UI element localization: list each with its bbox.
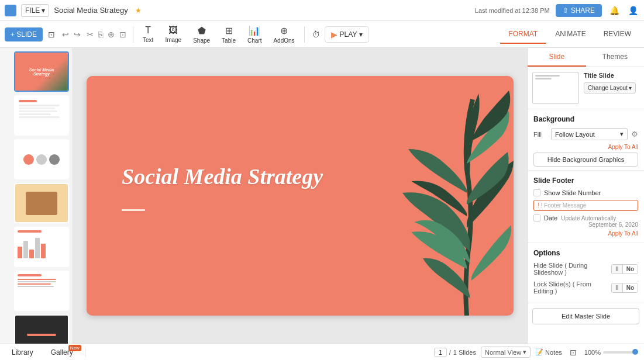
share-button[interactable]: ⇧ SHARE [556, 4, 602, 17]
settings-icon[interactable]: ⚙ [631, 130, 638, 139]
slide-options-icon[interactable]: ⊡ [45, 28, 58, 41]
share-icon: ⇧ [563, 6, 569, 15]
clipboard-group: ✂ ⎘ ⊕ ⊡ [85, 27, 128, 41]
file-menu-button[interactable]: FILE ▾ [21, 4, 49, 17]
sep2 [304, 26, 305, 43]
bottom-right: / 1 Slides Normal View ▾ 📝 Notes ⊡ 100% [434, 346, 638, 359]
table-icon: ⊞ [225, 25, 233, 36]
slide-row-6: 6 [4, 271, 69, 311]
slide-thumbnail-4[interactable] [14, 183, 69, 223]
slide-thumbnail-7[interactable] [14, 314, 69, 344]
slide-thumbnail-2[interactable] [14, 95, 69, 136]
slide-thumbnail-3[interactable] [14, 139, 69, 179]
library-tab[interactable]: Library [6, 346, 39, 359]
undo-button[interactable]: ↩ [60, 27, 71, 41]
doc-star-icon: ★ [135, 6, 142, 15]
layout-preview [532, 72, 579, 104]
canvas-area: Social Media Strategy [73, 48, 527, 344]
tab-review[interactable]: REVIEW [595, 25, 639, 44]
page-info: / 1 Slides [434, 348, 476, 357]
hide-slide-toggle[interactable]: II No [611, 264, 638, 274]
date-checkbox[interactable] [533, 214, 540, 221]
zoom-control: 100% [584, 349, 638, 356]
date-value: September 6, 2020 [533, 221, 638, 228]
tab-format[interactable]: FORMAT [500, 25, 546, 44]
undo-redo-group: ↩ ↪ [60, 27, 82, 41]
addons-tool-button[interactable]: ⊕ AddOns [268, 23, 299, 46]
image-icon: 🖼 [168, 25, 178, 36]
slide-row-7: 7 [4, 314, 69, 344]
apply-to-all-btn[interactable]: Apply To All [533, 144, 638, 150]
lock-slide-ii[interactable]: II [612, 283, 623, 292]
toolbar: + SLIDE ⊡ ↩ ↪ ✂ ⎘ ⊕ ⊡ T Text 🖼 Image ⬟ S… [0, 21, 644, 48]
table-tool-button[interactable]: ⊞ Table [217, 23, 240, 46]
fill-row: Fill Follow Layout ▾ ⚙ [533, 128, 638, 140]
notes-button[interactable]: 📝 Notes [535, 348, 562, 356]
addons-icon: ⊕ [280, 25, 288, 36]
slide-thumbnail-5[interactable] [14, 227, 69, 267]
hide-slide-row: Hide Slide ( During Slideshow ) II No [533, 262, 638, 276]
footer-apply-to-all-btn[interactable]: Apply To All [533, 230, 638, 237]
clone-button[interactable]: ⊡ [118, 27, 128, 41]
top-bar-right: Last modified at 12:38 PM ⇧ SHARE 🔔 👤 [475, 4, 639, 17]
hide-slide-label: Hide Slide ( During Slideshow ) [533, 262, 608, 276]
notifications-icon[interactable]: 🔔 [608, 4, 621, 17]
panel-tab-slide[interactable]: Slide [528, 48, 586, 67]
shape-tool-button[interactable]: ⬟ Shape [188, 23, 215, 46]
text-tool-button[interactable]: T Text [138, 23, 158, 46]
panel-tab-themes[interactable]: Themes [586, 48, 645, 67]
chart-tool-button[interactable]: 📊 Chart [243, 23, 266, 46]
zoom-handle[interactable] [632, 349, 638, 355]
sep1 [133, 26, 133, 43]
copy-button[interactable]: ⎘ [97, 27, 105, 41]
fill-label: Fill [533, 131, 547, 138]
lock-slide-no[interactable]: No [623, 283, 638, 292]
view-label: Normal View [485, 349, 521, 356]
view-select[interactable]: Normal View ▾ [481, 347, 531, 358]
hide-slide-ii[interactable]: II [612, 265, 623, 274]
background-title: Background [533, 115, 638, 123]
edit-master-button[interactable]: Edit Master Slide [532, 308, 639, 324]
bottom-bar: Library Gallery New / 1 Slides Normal Vi… [0, 344, 644, 360]
lock-slide-toggle[interactable]: II No [611, 283, 638, 293]
footer-message-input[interactable]: ! ! Footer Message [533, 200, 638, 211]
shape-icon: ⬟ [198, 25, 206, 36]
paste-button[interactable]: ⊕ [106, 27, 116, 41]
slide-title: Social Media Strategy [122, 164, 323, 189]
layout-section: Title Slide Change Layout ▾ [528, 67, 644, 109]
tab-animate[interactable]: ANIMATE [547, 25, 594, 44]
bottom-sep [85, 348, 85, 357]
zoom-level: 100% [584, 349, 601, 356]
slide-thumbnail-6[interactable] [14, 271, 69, 311]
slide-row-2: 2 [4, 95, 69, 136]
right-panel: Slide Themes Title Slide Change Layout ▾… [527, 48, 644, 344]
slide-row-3: 3 [4, 139, 69, 179]
hide-background-button[interactable]: Hide Background Graphics [533, 153, 638, 167]
image-tool-button[interactable]: 🖼 Image [160, 23, 186, 46]
notes-icon: 📝 [535, 348, 543, 356]
hide-slide-no[interactable]: No [623, 265, 638, 274]
show-slide-num-checkbox[interactable] [533, 189, 540, 196]
panel-tabs: Slide Themes [528, 48, 644, 67]
slide-row-5: 5 [4, 227, 69, 267]
add-slide-button[interactable]: + SLIDE [5, 27, 43, 41]
cut-button[interactable]: ✂ [85, 27, 95, 41]
slide-footer-section: Slide Footer Show Slide Number ! ! Foote… [528, 171, 644, 243]
timer-icon[interactable]: ⏱ [309, 28, 322, 41]
zoom-slider[interactable] [603, 351, 638, 354]
lock-slide-label: Lock Slide(s) ( From Editing ) [533, 281, 608, 295]
slide-panel: 1 Social MediaStrategy 2 3 [0, 48, 73, 344]
gallery-tab[interactable]: Gallery New [45, 346, 79, 359]
redo-button[interactable]: ↪ [72, 27, 82, 41]
play-button[interactable]: ▶ PLAY ▾ [325, 26, 370, 43]
slide-canvas[interactable]: Social Media Strategy [87, 76, 514, 316]
page-current-input[interactable] [434, 348, 447, 357]
fill-dropdown[interactable]: Follow Layout ▾ [551, 128, 628, 140]
slide-underline [122, 209, 145, 211]
avatar[interactable]: 👤 [626, 4, 639, 17]
date-row: Date Update Automatically [533, 214, 638, 221]
slide-thumbnail-1[interactable]: Social MediaStrategy [14, 51, 69, 92]
change-layout-button[interactable]: Change Layout ▾ [584, 82, 636, 94]
show-slide-num-label: Show Slide Number [544, 189, 601, 196]
fit-page-icon[interactable]: ⊡ [567, 346, 580, 359]
